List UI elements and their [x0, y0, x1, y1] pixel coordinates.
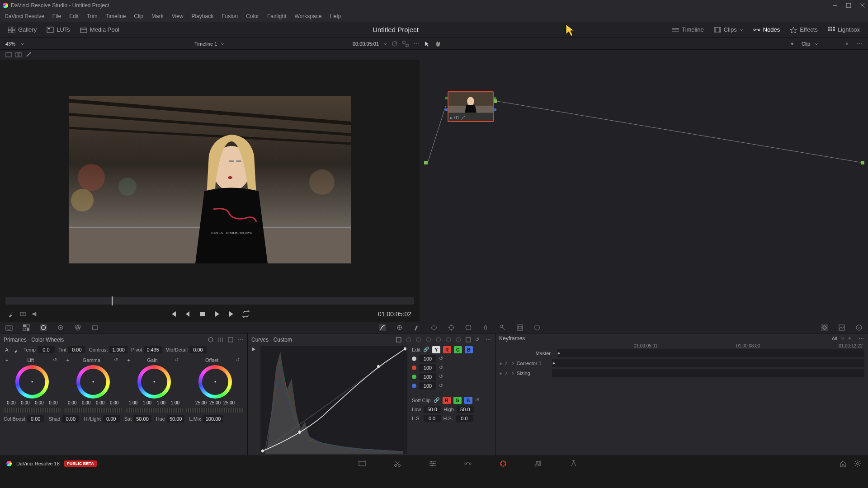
- pointer-icon[interactable]: [424, 41, 430, 47]
- menu-timeline[interactable]: Timeline: [105, 13, 126, 19]
- curves-graph[interactable]: [260, 346, 407, 454]
- channel-b-button[interactable]: B: [465, 346, 473, 353]
- r-reset-icon[interactable]: ↺: [439, 365, 445, 371]
- hue-sat-icon[interactable]: [415, 337, 422, 343]
- timeline-button[interactable]: Timeline: [668, 24, 708, 35]
- stop-button[interactable]: [198, 310, 207, 318]
- log-mode-icon[interactable]: [227, 337, 234, 343]
- motion-icon[interactable]: [91, 324, 99, 331]
- tint-value[interactable]: 0.00: [68, 346, 85, 353]
- edit-page-icon[interactable]: [429, 460, 437, 468]
- menu-edit[interactable]: Edit: [69, 13, 79, 19]
- g-intensity[interactable]: 100: [419, 373, 436, 380]
- play-button[interactable]: [213, 310, 221, 318]
- chevron-down-icon[interactable]: [815, 42, 818, 46]
- softclip-r-button[interactable]: R: [443, 397, 451, 404]
- single-view-icon[interactable]: [5, 52, 12, 58]
- fusion-page-icon[interactable]: [464, 460, 472, 468]
- pivot-value[interactable]: 0.435: [144, 346, 162, 353]
- tracker-icon[interactable]: [448, 324, 455, 331]
- timeline-name[interactable]: Timeline 1: [194, 41, 217, 47]
- hdr-icon[interactable]: [57, 324, 64, 331]
- nodes-options-icon[interactable]: [856, 41, 863, 47]
- curves-expand-icon[interactable]: [465, 337, 472, 343]
- hs-value[interactable]: 0.0: [456, 415, 473, 422]
- nodes-editor[interactable]: ▸ 01: [420, 60, 868, 322]
- sizing-icon[interactable]: [516, 324, 524, 331]
- split-icon[interactable]: [20, 311, 26, 317]
- chevron-down-icon[interactable]: [21, 42, 24, 46]
- lift-reset-icon[interactable]: ↺: [53, 357, 59, 363]
- lum-sat-icon[interactable]: [435, 337, 442, 343]
- hilight-value[interactable]: 0.00: [103, 415, 120, 422]
- softclip-b-button[interactable]: B: [464, 397, 472, 404]
- chevron-right-icon[interactable]: [510, 371, 515, 375]
- audio-icon[interactable]: [32, 311, 38, 317]
- fairlight-page-icon[interactable]: [534, 460, 542, 468]
- pick-white-icon[interactable]: [14, 347, 20, 353]
- next-clip-button[interactable]: [227, 310, 236, 318]
- menu-help[interactable]: Help: [330, 13, 341, 19]
- kf-options-icon[interactable]: [858, 335, 864, 342]
- menu-clip[interactable]: Clip: [134, 13, 143, 19]
- media-page-icon[interactable]: [358, 460, 366, 468]
- primaries-options-icon[interactable]: [237, 337, 244, 343]
- menu-fusion[interactable]: Fusion: [222, 13, 238, 19]
- primaries-icon[interactable]: [40, 324, 47, 331]
- channel-g-button[interactable]: G: [454, 346, 462, 353]
- menu-fairlight[interactable]: Fairlight: [267, 13, 287, 19]
- kf-row-sizing[interactable]: ● Sizing: [499, 368, 864, 378]
- keyframes-icon[interactable]: [821, 324, 828, 331]
- softclip-g-button[interactable]: G: [453, 397, 462, 404]
- gamma-jog[interactable]: [65, 408, 122, 413]
- curves-icon[interactable]: [379, 324, 386, 331]
- luts-button[interactable]: LUTs: [43, 24, 74, 35]
- clips-button[interactable]: Clips: [710, 24, 747, 35]
- dot2-icon[interactable]: ●: [845, 41, 852, 47]
- qualifier-icon[interactable]: [413, 324, 420, 331]
- blur-icon[interactable]: [482, 324, 489, 331]
- wheel-mode-icon[interactable]: [208, 337, 214, 343]
- hand-icon[interactable]: [435, 41, 441, 47]
- offset-reset-icon[interactable]: ↺: [236, 357, 242, 363]
- bypass-icon[interactable]: [392, 41, 398, 47]
- zoom-value[interactable]: 43%: [5, 41, 15, 47]
- gain-pick-icon[interactable]: +: [127, 357, 130, 363]
- gain-wheel[interactable]: +Gain↺ 1.001.001.001.00: [126, 357, 183, 413]
- lmix-value[interactable]: 100.00: [203, 415, 224, 422]
- sat-sat-icon[interactable]: [445, 337, 452, 343]
- link-icon[interactable]: 🔗: [423, 347, 429, 353]
- magic-mask-icon[interactable]: [465, 324, 472, 331]
- gamma-reset-icon[interactable]: ↺: [114, 357, 120, 363]
- low-value[interactable]: 50.0: [424, 406, 441, 413]
- dual-view-icon[interactable]: [15, 52, 22, 58]
- minimize-button[interactable]: [832, 2, 838, 9]
- hue-value[interactable]: 50.00: [167, 415, 185, 422]
- lift-pick-icon[interactable]: +: [5, 357, 8, 363]
- y-reset-icon[interactable]: ↺: [439, 356, 445, 362]
- step-back-button[interactable]: [184, 310, 192, 318]
- info-icon[interactable]: [855, 324, 863, 331]
- hue-hue-icon[interactable]: [406, 337, 412, 343]
- offset-wheel[interactable]: Offset↺ 25.0025.0025.00: [186, 357, 244, 413]
- auto-balance-icon[interactable]: A: [4, 347, 10, 353]
- deliver-page-icon[interactable]: [570, 460, 578, 468]
- softclip-reset-icon[interactable]: ↺: [475, 397, 481, 404]
- gamma-wheel[interactable]: +Gamma↺ 0.000.000.000.00: [65, 357, 122, 413]
- nodes-button[interactable]: Nodes: [750, 24, 784, 35]
- contrast-value[interactable]: 1.000: [109, 346, 127, 353]
- chevron-down-icon[interactable]: [383, 42, 387, 46]
- colboost-value[interactable]: 0.00: [27, 415, 44, 422]
- b-reset-icon[interactable]: ↺: [439, 383, 445, 389]
- chevron-down-icon[interactable]: [221, 42, 224, 46]
- high-value[interactable]: 50.0: [457, 406, 474, 413]
- clip-dropdown[interactable]: Clip: [802, 41, 810, 47]
- prev-clip-button[interactable]: [170, 310, 178, 318]
- options-icon[interactable]: [413, 41, 420, 47]
- kf-dot-icon[interactable]: ●: [848, 335, 854, 342]
- keyframes-all-dropdown[interactable]: All: [832, 336, 837, 341]
- lift-wheel[interactable]: +Lift↺ 0.000.000.000.00: [4, 357, 61, 413]
- wand-icon[interactable]: [25, 52, 32, 58]
- scopes-icon[interactable]: [838, 324, 845, 331]
- shad-value[interactable]: 0.00: [62, 415, 79, 422]
